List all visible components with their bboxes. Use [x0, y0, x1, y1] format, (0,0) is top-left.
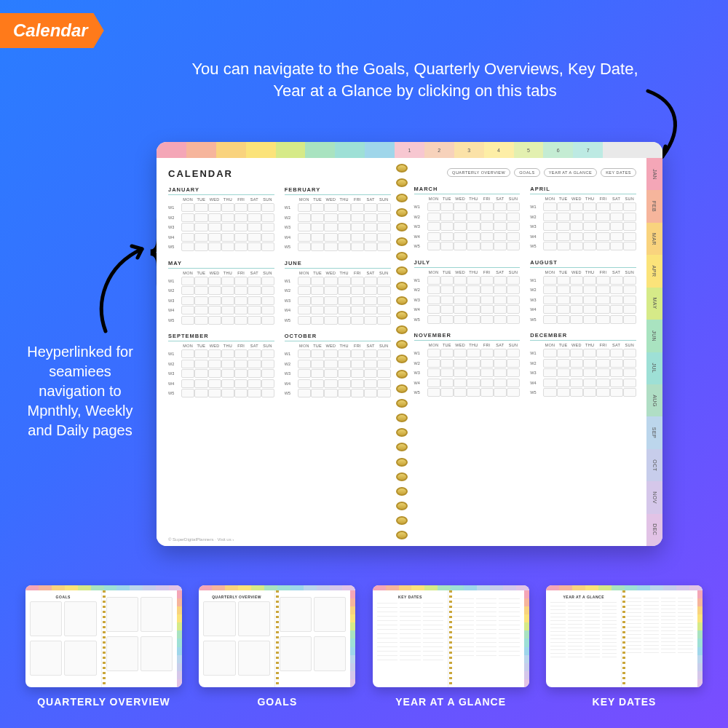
- day-cell[interactable]: [324, 296, 337, 305]
- month-block[interactable]: MAYMONTUEWEDTHUFRISATSUNW1W2W3W4W5: [168, 260, 274, 326]
- day-cell[interactable]: [467, 232, 480, 241]
- day-cell[interactable]: [298, 286, 311, 295]
- day-cell[interactable]: [194, 316, 207, 325]
- top-tab[interactable]: [157, 142, 186, 158]
- day-cell[interactable]: [543, 379, 556, 387]
- top-tab[interactable]: 3: [454, 142, 484, 158]
- week-label[interactable]: W1: [414, 349, 427, 357]
- day-cell[interactable]: [596, 368, 609, 377]
- day-cell[interactable]: [234, 389, 248, 397]
- day-cell[interactable]: [494, 368, 507, 377]
- day-cell[interactable]: [311, 306, 324, 314]
- day-cell[interactable]: [543, 305, 556, 314]
- day-cell[interactable]: [480, 213, 494, 221]
- day-cell[interactable]: [261, 306, 274, 314]
- day-cell[interactable]: [194, 286, 207, 295]
- day-cell[interactable]: [610, 213, 623, 221]
- week-label[interactable]: W4: [285, 233, 298, 242]
- week-label[interactable]: W5: [285, 389, 298, 397]
- day-cell[interactable]: [194, 277, 207, 285]
- day-cell[interactable]: [181, 277, 194, 285]
- day-cell[interactable]: [583, 222, 596, 231]
- week-label[interactable]: W5: [414, 315, 427, 324]
- week-label[interactable]: W2: [414, 213, 427, 221]
- week-label[interactable]: W5: [168, 316, 181, 325]
- day-cell[interactable]: [208, 296, 221, 305]
- day-cell[interactable]: [248, 379, 261, 388]
- day-cell[interactable]: [298, 369, 311, 378]
- day-cell[interactable]: [377, 369, 390, 378]
- day-cell[interactable]: [311, 379, 324, 388]
- month-block[interactable]: AUGUSTMONTUEWEDTHUFRISATSUNW1W2W3W4W5: [530, 259, 636, 325]
- day-cell[interactable]: [261, 233, 274, 242]
- day-cell[interactable]: [427, 242, 440, 250]
- day-cell[interactable]: [181, 286, 194, 295]
- day-cell[interactable]: [454, 315, 467, 324]
- day-cell[interactable]: [298, 316, 311, 325]
- day-cell[interactable]: [427, 202, 440, 211]
- side-tab-oct[interactable]: OCT: [646, 449, 662, 481]
- side-tab-jul[interactable]: JUL: [646, 352, 662, 384]
- day-cell[interactable]: [261, 242, 274, 251]
- day-cell[interactable]: [480, 315, 494, 324]
- day-cell[interactable]: [454, 242, 467, 250]
- day-cell[interactable]: [181, 242, 194, 251]
- day-cell[interactable]: [351, 349, 364, 358]
- day-cell[interactable]: [311, 389, 324, 397]
- top-tab[interactable]: [335, 142, 365, 158]
- day-cell[interactable]: [543, 388, 556, 397]
- day-cell[interactable]: [208, 242, 221, 251]
- week-label[interactable]: W3: [414, 296, 427, 304]
- day-cell[interactable]: [440, 349, 454, 357]
- thumbnail[interactable]: YEAR AT A GLANCEKEY DATES: [546, 585, 703, 708]
- day-cell[interactable]: [507, 296, 520, 304]
- week-label[interactable]: W5: [530, 388, 543, 397]
- top-tab[interactable]: [216, 142, 246, 158]
- week-label[interactable]: W2: [168, 360, 181, 368]
- week-label[interactable]: W4: [530, 232, 543, 241]
- day-cell[interactable]: [324, 389, 337, 397]
- day-cell[interactable]: [454, 285, 467, 294]
- day-cell[interactable]: [248, 233, 261, 242]
- day-cell[interactable]: [311, 349, 324, 358]
- day-cell[interactable]: [557, 379, 570, 387]
- day-cell[interactable]: [248, 389, 261, 397]
- month-block[interactable]: APRILMONTUEWEDTHUFRISATSUNW1W2W3W4W5: [530, 186, 636, 252]
- day-cell[interactable]: [351, 242, 364, 251]
- day-cell[interactable]: [543, 213, 556, 221]
- day-cell[interactable]: [596, 379, 609, 387]
- day-cell[interactable]: [427, 305, 440, 314]
- day-cell[interactable]: [311, 286, 324, 295]
- day-cell[interactable]: [298, 277, 311, 285]
- day-cell[interactable]: [364, 223, 377, 232]
- week-label[interactable]: W4: [168, 306, 181, 314]
- day-cell[interactable]: [208, 203, 221, 212]
- day-cell[interactable]: [298, 349, 311, 358]
- day-cell[interactable]: [338, 213, 351, 222]
- day-cell[interactable]: [596, 222, 609, 231]
- day-cell[interactable]: [440, 232, 454, 241]
- day-cell[interactable]: [467, 276, 480, 285]
- day-cell[interactable]: [494, 359, 507, 368]
- day-cell[interactable]: [570, 379, 583, 387]
- day-cell[interactable]: [543, 202, 556, 211]
- day-cell[interactable]: [623, 315, 636, 324]
- day-cell[interactable]: [298, 306, 311, 314]
- day-cell[interactable]: [507, 368, 520, 377]
- day-cell[interactable]: [324, 286, 337, 295]
- day-cell[interactable]: [467, 359, 480, 368]
- day-cell[interactable]: [596, 232, 609, 241]
- day-cell[interactable]: [467, 242, 480, 250]
- day-cell[interactable]: [570, 202, 583, 211]
- day-cell[interactable]: [194, 203, 207, 212]
- week-label[interactable]: W3: [530, 222, 543, 231]
- week-label[interactable]: W1: [285, 277, 298, 285]
- side-tab-aug[interactable]: AUG: [646, 384, 662, 416]
- day-cell[interactable]: [480, 305, 494, 314]
- day-cell[interactable]: [507, 276, 520, 285]
- day-cell[interactable]: [427, 213, 440, 221]
- day-cell[interactable]: [298, 223, 311, 232]
- day-cell[interactable]: [221, 389, 234, 397]
- day-cell[interactable]: [494, 379, 507, 387]
- day-cell[interactable]: [494, 349, 507, 357]
